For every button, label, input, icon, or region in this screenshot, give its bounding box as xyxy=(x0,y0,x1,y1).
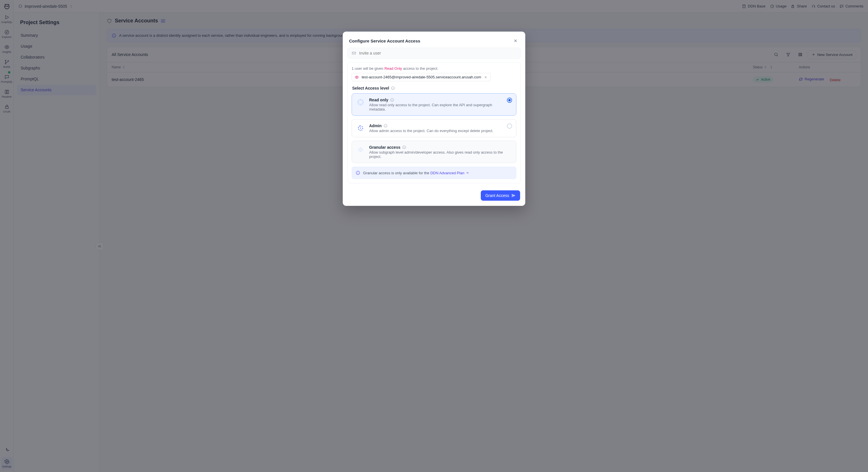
info-icon[interactable] xyxy=(402,145,406,149)
svg-point-51 xyxy=(359,148,360,149)
svg-point-34 xyxy=(359,100,359,101)
info-icon[interactable] xyxy=(383,124,388,128)
configure-access-modal: Configure Service Account Access 1 user … xyxy=(343,32,525,206)
svg-point-37 xyxy=(362,126,363,127)
access-option-readonly[interactable]: Read only Allow read only access to the … xyxy=(352,93,516,116)
svg-point-47 xyxy=(362,148,363,149)
svg-point-29 xyxy=(363,102,363,102)
invite-input[interactable] xyxy=(359,51,516,55)
svg-point-28 xyxy=(362,100,363,101)
access-level-label: Select Access level xyxy=(352,86,516,90)
svg-point-36 xyxy=(360,125,361,126)
svg-point-25 xyxy=(358,99,364,106)
invite-input-wrap xyxy=(347,48,521,59)
arrow-right-icon xyxy=(466,171,469,175)
svg-point-48 xyxy=(362,150,363,151)
mail-icon xyxy=(352,51,356,55)
svg-point-38 xyxy=(362,128,363,129)
chip-email: test-account-2465@improved-airedale-5505… xyxy=(362,75,481,79)
svg-point-41 xyxy=(358,129,359,129)
info-icon xyxy=(355,171,360,175)
modal-close-button[interactable] xyxy=(512,37,519,44)
svg-point-46 xyxy=(360,148,361,148)
user-chip: test-account-2465@improved-airedale-5505… xyxy=(352,73,491,81)
eye-icon xyxy=(355,75,359,79)
svg-point-39 xyxy=(361,129,362,130)
info-icon[interactable] xyxy=(391,86,395,90)
send-icon xyxy=(512,194,516,198)
access-option-granular: Granular access Allow subgraph level adm… xyxy=(352,141,516,163)
close-icon xyxy=(513,38,518,43)
svg-point-49 xyxy=(360,151,361,152)
close-icon xyxy=(484,76,487,79)
svg-point-26 xyxy=(359,100,362,104)
svg-point-44 xyxy=(360,128,361,129)
svg-point-40 xyxy=(360,130,361,130)
svg-point-50 xyxy=(359,150,360,151)
grant-access-button[interactable]: Grant Access xyxy=(481,190,520,201)
admin-icon xyxy=(356,123,365,132)
radio-readonly[interactable] xyxy=(507,98,512,103)
svg-point-33 xyxy=(358,102,358,102)
svg-point-23 xyxy=(356,77,358,78)
readonly-icon xyxy=(356,98,365,107)
svg-rect-22 xyxy=(352,52,355,54)
info-icon[interactable] xyxy=(390,98,394,102)
plan-link[interactable]: DDN Advanced Plan xyxy=(430,171,469,175)
svg-point-31 xyxy=(360,105,361,105)
svg-point-42 xyxy=(358,127,359,128)
access-hint: 1 user will be given Read Only access to… xyxy=(352,66,516,70)
plan-upgrade-banner: Granular access is only available for th… xyxy=(352,167,516,179)
svg-point-32 xyxy=(359,104,359,104)
svg-point-43 xyxy=(359,126,360,127)
svg-point-30 xyxy=(362,104,363,104)
modal-title: Configure Service Account Access xyxy=(349,38,420,43)
svg-point-52 xyxy=(360,149,361,150)
radio-admin[interactable] xyxy=(507,123,512,129)
svg-point-27 xyxy=(360,99,361,100)
granular-icon xyxy=(356,145,365,154)
chip-remove-button[interactable] xyxy=(484,76,487,79)
access-option-admin[interactable]: Admin Allow admin access to the project.… xyxy=(352,119,516,137)
